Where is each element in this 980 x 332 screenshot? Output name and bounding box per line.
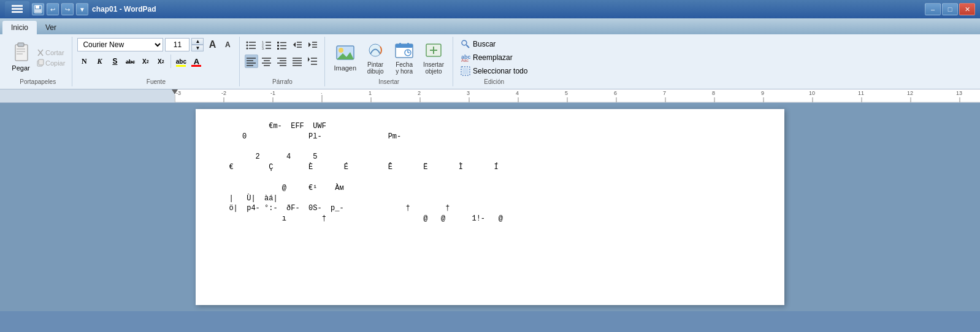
maximize-button[interactable]: □ [942, 3, 958, 15]
insertar-label: Insertar [378, 78, 399, 85]
svg-text:11: 11 [858, 90, 864, 96]
doc-line-5: € Ç È É Ê Ë Ì Í [220, 163, 499, 172]
close-button[interactable]: ✕ [959, 3, 975, 15]
list-style-button[interactable] [275, 38, 289, 51]
fuente-content: Courier New ▲ ▼ A A N K S abc X2 X2 ab [77, 38, 234, 77]
svg-text:12: 12 [907, 90, 913, 96]
svg-rect-5 [35, 9, 41, 12]
svg-text:6: 6 [614, 90, 617, 96]
buscar-button[interactable]: Buscar [458, 38, 530, 50]
svg-text:2: 2 [418, 90, 421, 96]
font-color-button[interactable]: A [189, 55, 203, 68]
fuente-label: Fuente [147, 78, 166, 85]
paste-button[interactable]: Pegar [9, 42, 33, 73]
svg-marker-60 [308, 57, 310, 62]
buscar-label: Buscar [473, 40, 496, 48]
tab-ver[interactable]: Ver [37, 21, 65, 34]
doc-line-1: €m- EFF UWF [220, 122, 326, 130]
svg-text:-2: -2 [221, 90, 226, 96]
svg-point-75 [462, 40, 467, 45]
svg-rect-14 [39, 59, 44, 65]
pintar-dibujo-label: Pintar dibujo [367, 61, 384, 75]
minimize-button[interactable]: – [925, 3, 941, 15]
svg-rect-9 [17, 51, 25, 52]
tab-inicio[interactable]: Inicio [2, 21, 37, 34]
svg-marker-37 [308, 42, 311, 47]
align-right-button[interactable] [275, 55, 289, 68]
font-row-1: Courier New ▲ ▼ A A [77, 38, 234, 51]
bold-button[interactable]: N [77, 55, 91, 68]
window-title: chap01 - WordPad [92, 5, 156, 13]
document-page[interactable]: €m- EFF UWF 0 Pl- Pm- 2 4 5 € Ç È É Ê Ë … [196, 109, 784, 305]
quick-access-toolbar: ↩ ↪ ▼ [5, 1, 88, 17]
save-quick-button[interactable] [32, 3, 44, 15]
svg-text:13: 13 [956, 90, 962, 96]
reemplazar-button[interactable]: abc Aac Reemplazar [458, 51, 530, 64]
align-left-button[interactable] [245, 55, 258, 68]
wordpad-menu-button[interactable] [5, 1, 29, 17]
imagen-label: Imagen [334, 64, 356, 72]
font-size-input[interactable] [165, 38, 189, 51]
svg-text:10: 10 [809, 90, 815, 96]
imagen-button[interactable]: Imagen [330, 42, 360, 73]
italic-button[interactable]: K [93, 55, 106, 68]
svg-text:4: 4 [516, 90, 519, 96]
highlight-button[interactable]: abc [174, 55, 188, 68]
align-justify-button[interactable] [291, 55, 304, 68]
ruler: -3 -2 -1 · 1 2 3 4 5 6 7 [0, 89, 980, 103]
window-controls: – □ ✕ [925, 3, 975, 15]
undo-quick-button[interactable]: ↩ [47, 3, 59, 15]
underline-button[interactable]: S [108, 55, 121, 68]
seleccionar-todo-button[interactable]: Seleccionar todo [458, 65, 530, 77]
font-size-increase[interactable]: ▲ [191, 38, 204, 45]
seleccionar-todo-label: Seleccionar todo [473, 67, 527, 75]
insertar-objeto-label: Insertar objeto [423, 61, 444, 75]
font-size-decrease[interactable]: ▼ [191, 45, 204, 51]
fecha-hora-label: Fecha y hora [396, 61, 413, 75]
edicion-label: Edición [484, 78, 504, 85]
cut-copy-buttons: Cortar Copiar [35, 48, 67, 68]
align-center-button[interactable] [260, 55, 274, 68]
superscript-button[interactable]: X2 [154, 55, 167, 68]
svg-point-62 [339, 48, 343, 53]
title-bar-left: ↩ ↪ ▼ chap01 - WordPad [5, 1, 156, 17]
doc-line-7: @ €¹ Àм [220, 184, 344, 192]
fecha-hora-button[interactable]: Fecha y hora [391, 39, 418, 76]
parrafo-row-2 [245, 55, 320, 68]
ribbon-group-fuente: Courier New ▲ ▼ A A N K S abc X2 X2 ab [72, 37, 240, 86]
list-bullets-button[interactable] [245, 38, 258, 51]
doc-line-8: | Ù| àá| [220, 194, 278, 203]
doc-line-4: 2 4 5 [220, 153, 317, 161]
indent-less-button[interactable] [291, 38, 304, 51]
ruler-left-margin [0, 89, 175, 102]
font-family-select[interactable]: Courier New [77, 38, 163, 51]
reemplazar-label: Reemplazar [473, 53, 513, 62]
shrink-font-button[interactable]: A [221, 38, 234, 51]
edicion-buttons: Buscar abc Aac Reemplazar Seleccionar to… [458, 38, 530, 77]
font-row-2: N K S abc X2 X2 abc A [77, 55, 203, 68]
line-spacing-button[interactable] [306, 55, 320, 68]
pintar-dibujo-button[interactable]: Pintar dibujo [362, 39, 389, 76]
svg-text:8: 8 [712, 90, 715, 96]
copy-button[interactable]: Copiar [35, 58, 67, 68]
quick-access-dropdown[interactable]: ▼ [76, 3, 88, 15]
svg-marker-33 [293, 42, 296, 47]
svg-point-19 [247, 48, 248, 50]
grow-font-button[interactable]: A [205, 38, 219, 51]
document-content[interactable]: €m- EFF UWF 0 Pl- Pm- 2 4 5 € Ç È É Ê Ë … [220, 121, 760, 224]
svg-line-76 [467, 45, 470, 48]
strikethrough-button[interactable]: abc [123, 55, 137, 68]
list-numbers-button[interactable]: 1.2.3. [260, 38, 274, 51]
portapapeles-content: Pegar Cortar Copiar [9, 38, 67, 77]
svg-rect-71 [407, 43, 409, 46]
cut-button[interactable]: Cortar [35, 48, 67, 58]
imagen-icon [335, 43, 355, 63]
title-bar: ↩ ↪ ▼ chap01 - WordPad – □ ✕ [0, 0, 980, 18]
insertar-objeto-button[interactable]: Insertar objeto [419, 39, 448, 76]
redo-quick-button[interactable]: ↪ [61, 3, 74, 15]
parrafo-row-1: 1.2.3. [245, 38, 320, 51]
subscript-button[interactable]: X2 [139, 55, 152, 68]
svg-rect-2 [12, 11, 23, 13]
indent-more-button[interactable] [306, 38, 320, 51]
svg-point-64 [369, 44, 381, 56]
